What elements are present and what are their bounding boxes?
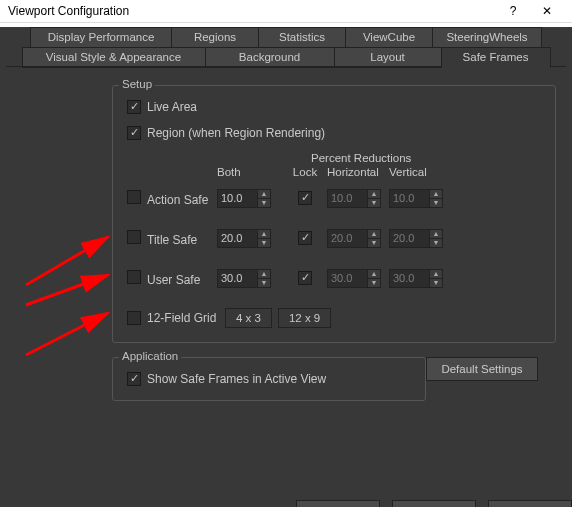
spinner-title-safe-vertical-value: 20.0 — [390, 230, 429, 247]
button-12x9[interactable]: 12 x 9 — [278, 308, 331, 328]
tab-layout[interactable]: Layout — [334, 47, 442, 68]
spinner-user-safe-horizontal-arrows[interactable]: ▲▼ — [367, 270, 380, 287]
checkbox-region[interactable] — [127, 126, 141, 140]
row-user-safe: User Safe30.0▲▼30.0▲▼30.0▲▼ — [127, 268, 541, 288]
spinner-title-safe-horizontal-arrows[interactable]: ▲▼ — [367, 230, 380, 247]
spinner-action-safe-horizontal-value: 10.0 — [328, 190, 367, 207]
tab-regions[interactable]: Regions — [171, 27, 259, 48]
legend-setup: Setup — [119, 78, 155, 90]
spinner-action-safe-both-arrows[interactable]: ▲▼ — [257, 190, 270, 207]
tab-steeringwheels[interactable]: SteeringWheels — [432, 27, 542, 48]
spinner-title-safe-vertical[interactable]: 20.0▲▼ — [389, 229, 443, 248]
col-header-horizontal: Horizontal — [327, 166, 389, 178]
dialog-footer: Apply OK Cancel — [0, 470, 572, 507]
checkbox-title-safe[interactable] — [127, 230, 141, 244]
checkbox-12-field-grid[interactable] — [127, 311, 141, 325]
group-setup: Setup Live Area Region (when Region Rend… — [112, 85, 556, 343]
spinner-title-safe-horizontal-value: 20.0 — [328, 230, 367, 247]
label-action-safe[interactable]: Action Safe — [147, 193, 208, 207]
tab-strip: Display PerformanceRegionsStatisticsView… — [0, 27, 572, 71]
help-button[interactable]: ? — [496, 0, 530, 22]
tab-visual-style-appearance[interactable]: Visual Style & Appearance — [22, 47, 206, 68]
tab-safe-frames[interactable]: Safe Frames — [441, 47, 551, 68]
tab-display-performance[interactable]: Display Performance — [30, 27, 172, 48]
group-application: Application Show Safe Frames in Active V… — [112, 357, 426, 401]
tab-panel-safe-frames: Setup Live Area Region (when Region Rend… — [0, 75, 572, 470]
spinner-user-safe-both-arrows[interactable]: ▲▼ — [257, 270, 270, 287]
spinner-action-safe-horizontal[interactable]: 10.0▲▼ — [327, 189, 381, 208]
spinner-title-safe-both-value: 20.0 — [218, 230, 257, 247]
spinner-user-safe-horizontal[interactable]: 30.0▲▼ — [327, 269, 381, 288]
label-percent-reductions: Percent Reductions — [311, 152, 541, 164]
label-user-safe[interactable]: User Safe — [147, 273, 200, 287]
label-12-field-grid[interactable]: 12-Field Grid — [147, 311, 225, 325]
checkbox-action-safe[interactable] — [127, 190, 141, 204]
spinner-title-safe-both-arrows[interactable]: ▲▼ — [257, 230, 270, 247]
spinner-user-safe-both[interactable]: 30.0▲▼ — [217, 269, 271, 288]
row-title-safe: Title Safe20.0▲▼20.0▲▼20.0▲▼ — [127, 228, 541, 248]
window-title: Viewport Configuration — [8, 4, 496, 18]
checkbox-lock-action-safe[interactable] — [298, 191, 312, 205]
spinner-action-safe-vertical-arrows[interactable]: ▲▼ — [429, 190, 442, 207]
col-header-lock: Lock — [283, 166, 327, 178]
checkbox-user-safe[interactable] — [127, 270, 141, 284]
spinner-title-safe-both[interactable]: 20.0▲▼ — [217, 229, 271, 248]
checkbox-lock-user-safe[interactable] — [298, 271, 312, 285]
checkbox-show-safe-frames[interactable] — [127, 372, 141, 386]
close-icon: ✕ — [542, 4, 552, 18]
titlebar: Viewport Configuration ? ✕ — [0, 0, 572, 23]
tab-statistics[interactable]: Statistics — [258, 27, 346, 48]
spinner-action-safe-horizontal-arrows[interactable]: ▲▼ — [367, 190, 380, 207]
spinner-user-safe-both-value: 30.0 — [218, 270, 257, 287]
label-live-area[interactable]: Live Area — [147, 100, 197, 114]
tab-background[interactable]: Background — [205, 47, 335, 68]
help-icon: ? — [510, 4, 517, 18]
dialog-body: Display PerformanceRegionsStatisticsView… — [0, 27, 572, 507]
button-apply[interactable]: Apply — [296, 500, 380, 507]
spinner-user-safe-vertical[interactable]: 30.0▲▼ — [389, 269, 443, 288]
button-ok[interactable]: OK — [392, 500, 476, 507]
col-header-both: Both — [217, 166, 283, 178]
spinner-title-safe-vertical-arrows[interactable]: ▲▼ — [429, 230, 442, 247]
spinner-user-safe-horizontal-value: 30.0 — [328, 270, 367, 287]
legend-application: Application — [119, 350, 181, 362]
spinner-user-safe-vertical-arrows[interactable]: ▲▼ — [429, 270, 442, 287]
button-cancel[interactable]: Cancel — [488, 500, 572, 507]
spinner-action-safe-both-value: 10.0 — [218, 190, 257, 207]
label-title-safe[interactable]: Title Safe — [147, 233, 197, 247]
label-show-safe-frames[interactable]: Show Safe Frames in Active View — [147, 372, 326, 386]
spinner-action-safe-both[interactable]: 10.0▲▼ — [217, 189, 271, 208]
spinner-action-safe-vertical[interactable]: 10.0▲▼ — [389, 189, 443, 208]
close-button[interactable]: ✕ — [530, 0, 564, 22]
spinner-title-safe-horizontal[interactable]: 20.0▲▼ — [327, 229, 381, 248]
row-action-safe: Action Safe10.0▲▼10.0▲▼10.0▲▼ — [127, 188, 541, 208]
checkbox-lock-title-safe[interactable] — [298, 231, 312, 245]
spinner-action-safe-vertical-value: 10.0 — [390, 190, 429, 207]
button-4x3[interactable]: 4 x 3 — [225, 308, 272, 328]
col-header-vertical: Vertical — [389, 166, 449, 178]
spinner-user-safe-vertical-value: 30.0 — [390, 270, 429, 287]
button-default-settings[interactable]: Default Settings — [426, 357, 538, 381]
label-region[interactable]: Region (when Region Rendering) — [147, 126, 325, 140]
checkbox-live-area[interactable] — [127, 100, 141, 114]
tab-viewcube[interactable]: ViewCube — [345, 27, 433, 48]
